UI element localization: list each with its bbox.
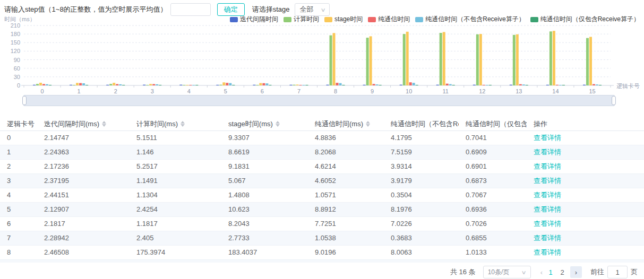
view-details-link[interactable]: 查看详情 <box>534 191 561 199</box>
bar[interactable] <box>116 84 118 86</box>
bar[interactable] <box>290 85 293 85</box>
bar[interactable] <box>36 84 39 85</box>
bar[interactable] <box>526 85 528 85</box>
view-details-link[interactable]: 查看详情 <box>534 148 561 156</box>
bar[interactable] <box>443 32 445 85</box>
bar[interactable] <box>122 85 125 85</box>
bar[interactable] <box>192 85 195 85</box>
bar[interactable] <box>49 85 51 85</box>
next-page-button[interactable]: › <box>570 266 582 278</box>
bar[interactable] <box>149 84 152 85</box>
bar[interactable] <box>336 83 339 85</box>
bar[interactable] <box>189 85 192 85</box>
bar[interactable] <box>599 85 602 85</box>
bar[interactable] <box>146 85 149 85</box>
bar[interactable] <box>143 85 145 85</box>
bar[interactable] <box>342 85 345 85</box>
page-number-2[interactable]: 2 <box>556 268 568 276</box>
bar[interactable] <box>265 83 268 85</box>
sort-caret-icon[interactable] <box>366 121 370 127</box>
bar[interactable] <box>216 85 219 85</box>
bar[interactable] <box>593 84 595 85</box>
bar[interactable] <box>416 85 418 85</box>
bar[interactable] <box>76 83 79 85</box>
bar[interactable] <box>119 84 122 85</box>
bar[interactable] <box>519 84 522 85</box>
bar[interactable] <box>269 85 271 85</box>
bar[interactable] <box>253 85 255 85</box>
bar[interactable] <box>82 83 85 85</box>
bar[interactable] <box>39 83 42 85</box>
bar[interactable] <box>152 84 155 86</box>
bar[interactable] <box>232 85 235 85</box>
bar[interactable] <box>259 83 262 85</box>
bar[interactable] <box>373 84 375 85</box>
bar[interactable] <box>339 83 342 85</box>
bar[interactable] <box>589 37 592 86</box>
bar[interactable] <box>370 36 372 85</box>
bar[interactable] <box>183 85 185 85</box>
bar[interactable] <box>222 82 225 85</box>
column-header[interactable]: 迭代间隔时间(ms) <box>37 118 130 130</box>
bar[interactable] <box>327 85 329 85</box>
bar[interactable] <box>363 85 366 85</box>
view-details-link[interactable]: 查看详情 <box>534 234 561 242</box>
bar[interactable] <box>303 85 305 85</box>
view-details-link[interactable]: 查看详情 <box>534 205 561 213</box>
view-details-link[interactable]: 查看详情 <box>534 177 561 185</box>
datazoom-right-handle[interactable] <box>612 96 616 105</box>
datazoom-slider[interactable] <box>23 95 615 106</box>
prev-page-button[interactable]: ‹ <box>538 268 545 276</box>
bar[interactable] <box>79 83 82 85</box>
bar[interactable] <box>333 33 336 85</box>
bar[interactable] <box>403 34 406 85</box>
bar[interactable] <box>159 85 161 85</box>
column-header[interactable]: stage时间(ms) <box>221 118 308 130</box>
page-number-1[interactable]: 1 <box>545 268 556 276</box>
bar[interactable] <box>596 84 598 85</box>
bar[interactable] <box>583 85 586 85</box>
bar[interactable] <box>522 84 525 85</box>
bar[interactable] <box>219 85 222 85</box>
bar[interactable] <box>452 85 455 85</box>
bar[interactable] <box>42 84 45 85</box>
bar[interactable] <box>256 85 259 85</box>
page-size-select[interactable]: 10条/页 ∨ <box>483 266 531 278</box>
view-details-link[interactable]: 查看详情 <box>534 220 561 228</box>
bar[interactable] <box>556 85 559 85</box>
bar[interactable] <box>413 83 415 85</box>
view-details-link[interactable]: 查看详情 <box>534 162 561 170</box>
bar[interactable] <box>549 31 552 85</box>
bar[interactable] <box>376 84 379 85</box>
bar[interactable] <box>400 85 402 85</box>
bar[interactable] <box>449 84 452 85</box>
sort-caret-icon[interactable] <box>102 121 106 127</box>
bar[interactable] <box>516 34 519 85</box>
view-details-link[interactable]: 查看详情 <box>534 248 561 256</box>
bar[interactable] <box>33 85 36 85</box>
bar-chart[interactable]: 0306090120150180210012345678910111213141… <box>0 14 644 93</box>
goto-page-input[interactable] <box>607 266 628 278</box>
column-header[interactable]: 计算时间(ms) <box>130 118 221 130</box>
datazoom-left-handle[interactable] <box>22 96 27 105</box>
bar[interactable] <box>299 85 302 85</box>
bar[interactable] <box>46 84 48 85</box>
bar[interactable] <box>513 35 516 85</box>
sort-caret-icon[interactable] <box>276 121 280 127</box>
bar[interactable] <box>226 83 228 85</box>
bar[interactable] <box>562 85 565 85</box>
bar[interactable] <box>489 85 492 85</box>
bar[interactable] <box>229 83 231 85</box>
bar[interactable] <box>296 85 299 86</box>
bar[interactable] <box>510 85 512 85</box>
bar[interactable] <box>486 85 488 85</box>
bar[interactable] <box>483 85 485 85</box>
bar[interactable] <box>330 36 332 85</box>
bar[interactable] <box>306 85 308 85</box>
view-details-link[interactable]: 查看详情 <box>534 134 561 142</box>
bar[interactable] <box>70 85 72 85</box>
bar[interactable] <box>440 33 442 85</box>
bar[interactable] <box>476 34 479 85</box>
bar[interactable] <box>446 84 449 85</box>
bar[interactable] <box>293 85 296 85</box>
